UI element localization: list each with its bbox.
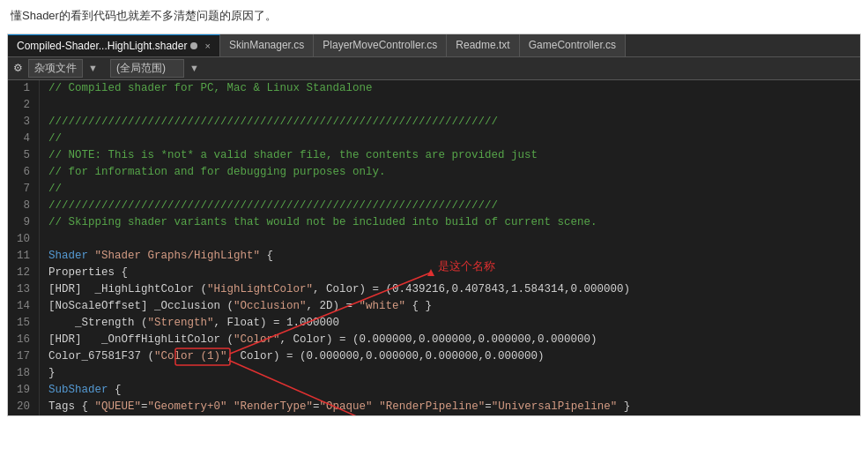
code-line-14: [NoScaleOffset] _Occlusion ("Occlusion",…: [48, 298, 860, 315]
code-line-18: }: [48, 365, 860, 382]
code-line-7: //: [48, 181, 860, 198]
editor-container: Compiled-Shader...HighLight.shader × Ski…: [7, 34, 861, 416]
code-line-19: SubShader {: [48, 382, 860, 399]
code-line-17: Color_67581F37 ("Color (1)", Color) = (0…: [48, 348, 860, 365]
code-line-3: ////////////////////////////////////////…: [48, 114, 860, 131]
tab-bar: Compiled-Shader...HighLight.shader × Ski…: [8, 34, 860, 57]
tab-compiled-shader[interactable]: Compiled-Shader...HighLight.shader ×: [8, 34, 220, 56]
file-type-icon: ⚙: [13, 62, 23, 74]
tab-label: SkinManager.cs: [229, 39, 304, 51]
file-type-label[interactable]: 杂项文件: [28, 59, 83, 78]
code-area: 1 2 3 4 5 6 7 8 9 10 11 12 13 14 15 16 1…: [8, 80, 860, 415]
code-line-20: Tags { "QUEUE"="Geometry+0" "RenderType"…: [48, 399, 860, 415]
intro-text: 懂Shader的看到代码也就差不多清楚问题的原因了。: [0, 0, 868, 34]
tab-label: Compiled-Shader...HighLight.shader: [17, 40, 187, 52]
line-numbers: 1 2 3 4 5 6 7 8 9 10 11 12 13 14 15 16 1…: [8, 80, 40, 415]
tab-label: GameController.cs: [529, 39, 616, 51]
modified-indicator: [190, 42, 197, 49]
code-line-6: // for information and for debugging pur…: [48, 164, 860, 181]
code-line-16: [HDR] _OnOffHighLitColor ("Color", Color…: [48, 332, 860, 348]
code-line-10: [48, 231, 860, 248]
close-tab-icon[interactable]: ×: [204, 41, 210, 51]
tab-gamecontroller[interactable]: GameController.cs: [520, 34, 626, 56]
scope-label[interactable]: (全局范围): [110, 59, 184, 78]
tab-label: Readme.txt: [456, 39, 509, 51]
code-line-12: Properties {: [48, 265, 860, 281]
tab-playermovecontroller[interactable]: PlayerMoveController.cs: [314, 34, 447, 56]
code-line-8: ////////////////////////////////////////…: [48, 198, 860, 214]
dropdown-arrow-icon: ▼: [88, 63, 98, 73]
code-line-13: [HDR] _HighLightColor ("HighLightColor",…: [48, 281, 860, 298]
code-line-9: // Skipping shader variants that would n…: [48, 214, 860, 231]
code-line-11: Shader "Shader Graphs/HighLight" {: [48, 248, 860, 265]
code-content: // Compiled shader for PC, Mac & Linux S…: [40, 80, 860, 415]
tab-label: PlayerMoveController.cs: [323, 39, 437, 51]
toolbar-row: ⚙ 杂项文件 ▼ (全局范围) ▼: [8, 57, 860, 80]
code-line-15: _Strength ("Strength", Float) = 1.000000: [48, 315, 860, 332]
code-line-5: // NOTE: This is *not* a valid shader fi…: [48, 147, 860, 164]
code-line-4: //: [48, 131, 860, 147]
code-line-1: // Compiled shader for PC, Mac & Linux S…: [48, 80, 860, 97]
scope-dropdown-arrow-icon: ▼: [189, 63, 199, 73]
tab-readme[interactable]: Readme.txt: [447, 34, 519, 56]
code-line-2: [48, 97, 860, 114]
tab-skinmanager[interactable]: SkinManager.cs: [220, 34, 314, 56]
